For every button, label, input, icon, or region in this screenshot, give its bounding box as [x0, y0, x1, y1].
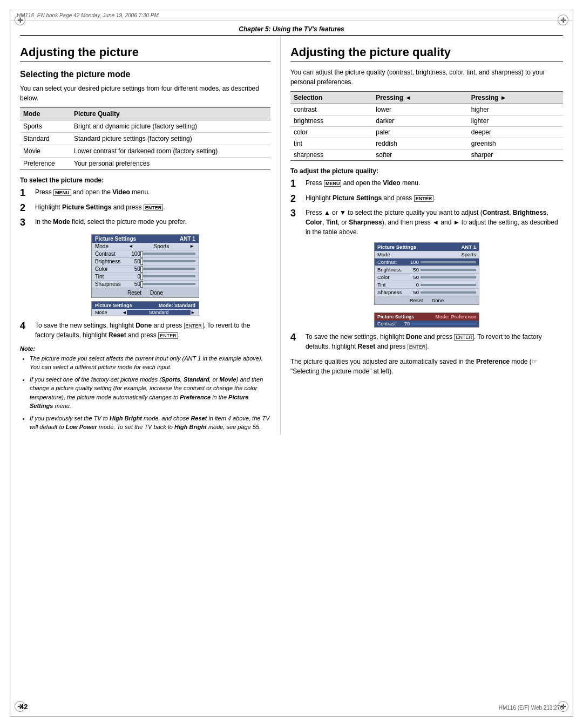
menu-button-icon: MENU — [53, 189, 71, 196]
table-row: tintreddishgreenish — [290, 138, 563, 149]
table-row: brightnessdarkerlighter — [290, 115, 563, 127]
r-color-row: Color 50 — [375, 274, 479, 281]
selection-cell: contrast — [290, 104, 372, 115]
mode-cell: Preference — [20, 158, 71, 170]
r-menu-footer-1: Reset Done — [375, 296, 479, 304]
quality-table: Selection Pressing ◄ Pressing ► contrast… — [290, 91, 563, 161]
left-steps: 1 Press MENU and open the Video menu. 2 … — [20, 187, 270, 229]
r-brightness: Brightness — [513, 209, 547, 216]
quality-cell: Bright and dynamic picture (factory sett… — [71, 120, 270, 133]
brightness-row: Brightness 50 — [92, 258, 199, 266]
step-2: 2 Highlight Picture Settings and press E… — [20, 202, 270, 214]
mode-row-2: Mode ◄ Standard ► — [92, 309, 199, 316]
selection-cell: color — [290, 127, 372, 138]
left-column: Adjusting the picture Selecting the pict… — [20, 36, 281, 435]
two-column-layout: Adjusting the picture Selecting the pict… — [10, 36, 573, 435]
press-left-header: Pressing ◄ — [372, 92, 467, 104]
note-item-3: If you previously set the TV to High Bri… — [30, 414, 270, 432]
press-left-cell: softer — [372, 149, 467, 161]
r-step-4: 4 To save the new settings, highlight Do… — [290, 332, 563, 351]
reset-label: Reset — [127, 290, 141, 296]
press-right-cell: deeper — [468, 127, 563, 138]
r-done-s4: Done — [406, 333, 422, 341]
right-tv-menus: Picture Settings ANT 1 Mode Sports Contr… — [290, 242, 563, 328]
r-color: Color — [306, 219, 322, 226]
menu-title-2: Picture Settings — [95, 303, 132, 308]
left-main-title: Adjusting the picture — [20, 45, 270, 62]
sel-col-header: Selection — [290, 92, 372, 104]
to-adjust-label: To adjust the picture quality: — [290, 167, 563, 175]
note-item-2: If you select one of the factory-set pic… — [30, 375, 270, 411]
quality-cell: Lower contrast for darkened room (factor… — [71, 145, 270, 158]
step-1: 1 Press MENU and open the Video menu. — [20, 187, 270, 199]
r-contrast-row-2: Contrast 70 — [375, 321, 479, 327]
press-left-cell: lower — [372, 104, 467, 115]
r-tint-row: Tint 0 — [375, 281, 479, 289]
right-step4-list: 4 To save the new settings, highlight Do… — [290, 332, 563, 351]
r-menu-ant-1: ANT 1 — [461, 244, 476, 250]
picture-settings-label: Picture Settings — [62, 203, 111, 211]
r-contrast-bar-2 — [411, 323, 476, 325]
video-menu-label: Video — [112, 188, 130, 196]
r-menu-title-2: Picture Settings — [377, 314, 415, 319]
r-step-3: 3 Press ▲ or ▼ to select the picture qua… — [290, 208, 563, 237]
note-list: The picture mode you select affects the … — [20, 354, 270, 432]
r-brightness-row: Brightness 50 — [375, 266, 479, 274]
left-step4-list: 4 To save the new settings, highlight Do… — [20, 321, 270, 340]
press-right-cell: lighter — [468, 115, 563, 127]
r-enter-button: ENTER — [414, 195, 434, 202]
press-left-cell: paler — [372, 127, 467, 138]
reset-label-s4: Reset — [109, 331, 126, 339]
r-menu-button: MENU — [324, 180, 342, 187]
enter-button-icon: ENTER — [144, 205, 164, 211]
right-tv-menu-1: Picture Settings ANT 1 Mode Sports Contr… — [374, 242, 479, 305]
page-border: ✛ ✛ ✛ ✛ HM116_EN.book Page 42 Monday, Ju… — [10, 10, 573, 717]
page-footer-right: HM116 (E/F) Web 213:276 — [499, 705, 563, 711]
step-3: 3 In the Mode field, select the picture … — [20, 217, 270, 229]
r-video-label: Video — [383, 179, 400, 187]
selection-cell: brightness — [290, 115, 372, 127]
menu-title-1: Picture Settings — [95, 236, 136, 242]
note-label: Note: — [20, 345, 35, 352]
table-row: colorpalerdeeper — [290, 127, 563, 138]
press-left-cell: darker — [372, 115, 467, 127]
right-steps: 1 Press MENU and open the Video menu. 2 … — [290, 178, 563, 237]
table-row: sharpnesssoftersharper — [290, 149, 563, 161]
right-column: Adjusting the picture quality You can ad… — [281, 36, 563, 435]
r-menu-header-1: Picture Settings ANT 1 — [375, 243, 479, 251]
left-intro-text: You can select your desired picture sett… — [20, 84, 270, 103]
r-picsettings-label: Picture Settings — [333, 194, 382, 202]
preference-label: Preference — [476, 358, 510, 365]
quality-cell: Standard picture settings (factory setti… — [71, 133, 270, 145]
table-row: SportsBright and dynamic picture (factor… — [20, 120, 270, 133]
mode-cell: Sports — [20, 120, 71, 133]
r-tint: Tint — [326, 219, 338, 226]
right-intro-text: You can adjust the picture quality (cont… — [290, 67, 563, 87]
r-mode-row: Mode Sports — [375, 251, 479, 258]
right-tv-menu-2: Picture Settings Mode: Preference Contra… — [374, 312, 479, 328]
press-left-cell: reddish — [372, 138, 467, 149]
sharpness-row: Sharpness 50 — [92, 281, 199, 288]
mode-cell: Movie — [20, 145, 71, 158]
press-right-cell: higher — [468, 104, 563, 115]
mode-cell: Standard — [20, 133, 71, 145]
press-right-cell: sharper — [468, 149, 563, 161]
table-row: MovieLower contrast for darkened room (f… — [20, 145, 270, 158]
tint-row: Tint 0 — [92, 273, 199, 281]
r-menu-header-2: Picture Settings Mode: Preference — [375, 313, 479, 321]
table-row: StandardStandard picture settings (facto… — [20, 133, 270, 145]
press-right-header: Pressing ► — [468, 92, 563, 104]
quality-col-header: Picture Quality — [71, 108, 270, 120]
table-row: contrastlowerhigher — [290, 104, 563, 115]
r-contrast-row: Contrast 100 — [375, 258, 479, 266]
color-row: Color 50 — [92, 266, 199, 273]
r-reset-label: Reset — [410, 297, 423, 303]
r-sharpness: Sharpness — [349, 219, 382, 226]
r-step-1: 1 Press MENU and open the Video menu. — [290, 178, 563, 190]
quality-cell: Your personal preferences — [71, 158, 270, 170]
mode-row: Mode ◄ Sports ► — [92, 243, 199, 250]
tv-menu-2: Picture Settings Mode: Standard Mode ◄ S… — [91, 301, 199, 316]
menu-ant-1: ANT 1 — [180, 236, 195, 242]
page-number: 42 — [20, 703, 28, 711]
r-sharpness-row: Sharpness 50 — [375, 289, 479, 296]
